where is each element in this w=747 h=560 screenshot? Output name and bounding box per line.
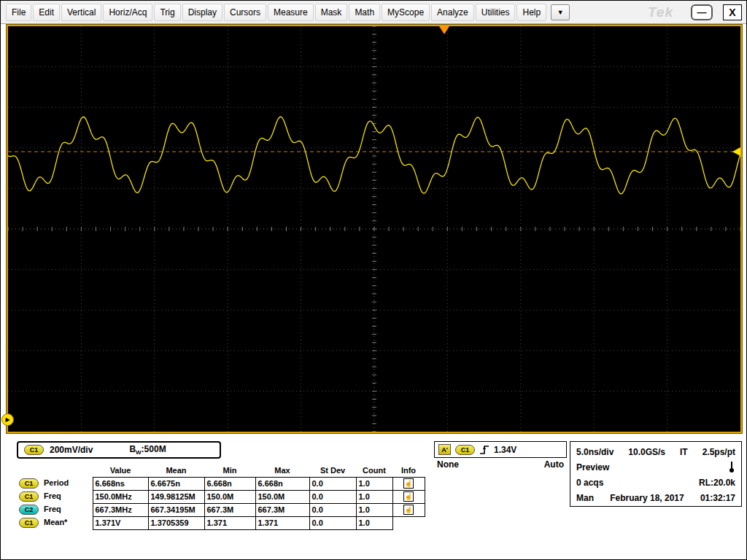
col-value: Value (93, 464, 148, 477)
minimize-button[interactable]: — (691, 4, 713, 20)
tek-logo: Tek (648, 4, 673, 20)
menu-myscope[interactable]: MyScope (382, 4, 430, 21)
menu-math[interactable]: Math (349, 4, 380, 21)
ch1-waveform-trace (8, 117, 740, 194)
channel-badge[interactable]: C1 (19, 478, 39, 489)
channel-badge[interactable]: C1 (19, 491, 39, 502)
table-row-freq-c2: C2Freq 667.3MHz 667.34195M 667.3M 667.3M… (17, 503, 425, 516)
measurement-name: Freq (44, 491, 61, 500)
info-icon[interactable]: ☝ (403, 491, 414, 502)
menu-bar: File Edit Vertical Horiz/Acq Trig Displa… (1, 1, 746, 24)
acq-mode: IT (680, 447, 688, 457)
oscilloscope-window: File Edit Vertical Horiz/Acq Trig Displa… (0, 0, 747, 560)
date-readout: February 18, 2017 (610, 493, 684, 503)
menu-analyze[interactable]: Analyze (431, 4, 474, 21)
menu-mask[interactable]: Mask (315, 4, 348, 21)
trigger-holdoff: None (437, 459, 459, 470)
trigger-source-badge[interactable]: C1 (455, 445, 475, 455)
trigger-level-arrow[interactable] (732, 147, 740, 156)
menu-measure[interactable]: Measure (268, 4, 314, 21)
ch1-badge[interactable]: C1 (24, 445, 44, 455)
channel-badge[interactable]: C2 (19, 505, 39, 515)
time-readout: 01:32:17 (700, 493, 735, 503)
measurement-name: Freq (44, 505, 61, 513)
run-mode: Man (576, 493, 594, 503)
measurement-header-row: Value Mean Min Max St Dev Count Info (17, 464, 425, 477)
menu-file[interactable]: File (6, 4, 31, 21)
col-count: Count (356, 464, 392, 477)
rising-edge-icon (479, 445, 489, 455)
trigger-mode: Auto (544, 459, 564, 470)
menu-trig[interactable]: Trig (154, 4, 180, 21)
col-info: Info (392, 464, 425, 477)
trigger-mode-row: None Auto (434, 459, 567, 470)
graticule-and-trace (8, 26, 740, 432)
resolution: 2.5ps/pt (703, 447, 735, 457)
ch1-scale: 200mV/div (50, 445, 93, 455)
info-icon[interactable]: ☝ (403, 478, 414, 489)
acq-count: 0 acqs (576, 478, 603, 488)
ch1-ground-marker[interactable]: ▶ (1, 413, 14, 426)
sample-rate: 10.0GS/s (628, 447, 665, 457)
col-mean: Mean (148, 464, 204, 477)
col-stdev: St Dev (309, 464, 356, 477)
trigger-level-value: 1.34V (494, 445, 516, 455)
menu-vertical[interactable]: Vertical (61, 4, 101, 21)
menu-horiz-acq[interactable]: Horiz/Acq (103, 4, 152, 21)
timebase: 5.0ns/div (576, 447, 614, 457)
waveform-display: ▶ (7, 25, 742, 433)
table-row-freq-c1: C1Freq 150.0MHz 149.98125M 150.0M 150.0M… (17, 490, 425, 503)
close-button[interactable]: X (723, 4, 742, 20)
trigger-readout[interactable]: A' C1 1.34V (434, 441, 567, 458)
trigger-a-badge[interactable]: A' (438, 444, 451, 455)
info-icon[interactable]: ☝ (403, 505, 414, 515)
ch1-vertical-readout[interactable]: C1 200mV/div BW:500M (17, 441, 221, 459)
graticule-grid (8, 26, 740, 432)
measurement-name: Mean* (44, 518, 67, 526)
menu-dropdown-button[interactable]: ▼ (551, 4, 570, 20)
acq-status: Preview (576, 462, 609, 472)
menu-display[interactable]: Display (182, 4, 222, 21)
menu-help[interactable]: Help (516, 4, 546, 21)
table-row-mean: C1Mean* 1.371V 1.3705359 1.371 1.371 0.0… (17, 516, 425, 529)
col-min: Min (204, 464, 255, 477)
col-max: Max (255, 464, 309, 477)
measurement-table: Value Mean Min Max St Dev Count Info C1P… (17, 464, 425, 530)
table-row-period: C1Period 6.668ns 6.6675n 6.668n 6.668n 0… (17, 477, 425, 490)
acquisition-readout: 5.0ns/div 10.0GS/s IT 2.5ps/pt Preview 0… (570, 441, 742, 507)
ch1-bandwidth: BW:500M (129, 444, 166, 456)
trigger-position-marker[interactable] (439, 26, 449, 34)
record-length: RL:20.0k (699, 478, 735, 488)
position-pin-icon (728, 462, 735, 473)
menu-cursors[interactable]: Cursors (224, 4, 266, 21)
menu-utilities[interactable]: Utilities (476, 4, 516, 21)
channel-badge[interactable]: C1 (19, 518, 39, 528)
measurement-name: Period (44, 478, 69, 487)
menu-edit[interactable]: Edit (33, 4, 60, 21)
